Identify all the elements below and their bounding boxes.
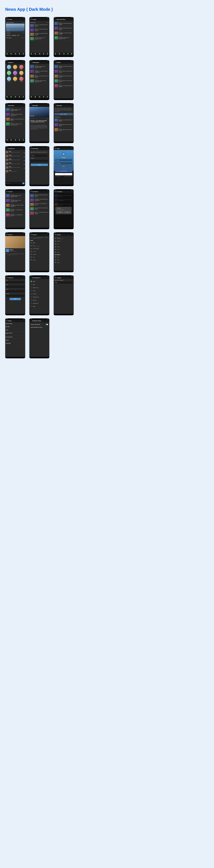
tab-category[interactable]: Category: [58, 53, 60, 55]
tab-trending[interactable]: Trending: [14, 53, 17, 55]
news-item[interactable]: 3 years agoEntertainment 3 - Mauris nec …: [6, 122, 25, 126]
news-item[interactable]: 3 years agoBusiness 1 - Cras molestie ia…: [54, 118, 73, 123]
tab-home[interactable]: Home: [31, 53, 32, 55]
news-item[interactable]: Politics 8 - Cras molestie iaculis diam,…: [30, 194, 49, 198]
category-item[interactable]: Comment...: [12, 65, 18, 70]
category-item[interactable]: Life Style: [12, 71, 18, 76]
news-item[interactable]: 3 years agoTechnology 1 - Cras molestie …: [30, 69, 49, 74]
comment-item[interactable]: RoosyLorem ipsum dolor sit amet, consect…: [5, 154, 25, 158]
comment-input[interactable]: [7, 183, 22, 184]
tab-home[interactable]: Home: [55, 53, 56, 55]
tab-recent[interactable]: Recent: [22, 53, 24, 55]
tab-editor[interactable]: Editor: [19, 53, 20, 55]
tab-editor[interactable]: Editor: [19, 139, 20, 141]
name-input[interactable]: [6, 281, 25, 283]
news-item[interactable]: Politics 4 - Cras molestie iaculis diam,…: [30, 24, 49, 28]
language-item[interactable]: Chinese zh_CN: [30, 286, 49, 289]
tab-editor[interactable]: Editor: [43, 96, 44, 98]
news-item[interactable]: 4 years agoPolitics 4 - Cras molestie ia…: [54, 22, 73, 26]
news-item[interactable]: 3 years agoBusiness 1 - Cras molestie ia…: [6, 117, 25, 122]
address-item[interactable]: Yangon 2: [54, 261, 73, 264]
phone-input[interactable]: [6, 290, 25, 292]
password-field[interactable]: 🔒Password: [55, 162, 72, 164]
latest-message-row[interactable]: 🔔 Latest Message From System: [30, 326, 49, 329]
menu-icon[interactable]: ☰: [6, 277, 7, 278]
tab-trending[interactable]: Trending: [38, 53, 41, 55]
language-item[interactable]: French: [30, 289, 49, 292]
setting-edit-profile[interactable]: Edit Profile: [5, 325, 25, 329]
news-item[interactable]: 3 years agoBusiness 1 - Cras molestie ia…: [54, 65, 73, 69]
news-item[interactable]: 3 months agoEntertainment 1 - Cras moles…: [6, 208, 25, 213]
news-item[interactable]: 2 years agoBusiness 3 - Mauris nec massa…: [54, 74, 73, 79]
category-item[interactable]: Politics: [19, 71, 24, 76]
menu-icon[interactable]: ☰: [6, 19, 7, 20]
notification-toggle[interactable]: [46, 324, 48, 325]
facebook-login-button[interactable]: Log in with Facebook: [55, 170, 72, 172]
back-icon[interactable]: ←: [30, 277, 32, 278]
language-item[interactable]: India hi_IN: [30, 292, 49, 296]
social-instagram[interactable]: Instagram: [30, 258, 49, 261]
address-item[interactable]: Yangon: [54, 255, 73, 258]
share-icon[interactable]: [32, 115, 34, 117]
news-item[interactable]: Politics 8 - Cras molestie iaculis diam,…: [30, 28, 49, 32]
news-item[interactable]: 3 months agoEntertainment 5 - Cras moles…: [6, 213, 25, 217]
social-pinterest[interactable]: Pinterest: [54, 248, 73, 251]
address-item[interactable]: Yangon 1: [54, 258, 73, 261]
tab-trending[interactable]: Trending: [14, 139, 17, 141]
ok-button[interactable]: OK: [64, 211, 70, 213]
cancel-button[interactable]: Cancel: [57, 211, 63, 213]
category-item[interactable]: Business: [6, 65, 12, 70]
news-item[interactable]: Entertainment 1 - Cras molestie iaculis …: [30, 203, 49, 207]
back-icon[interactable]: ←: [30, 320, 32, 321]
view-comments-button[interactable]: VIEW ALL COMMENTS: [54, 113, 73, 115]
view-all-link[interactable]: View All: [22, 33, 24, 33]
news-item[interactable]: Business 4 - Mauris nec massa accumsan, …: [30, 207, 49, 211]
menu-icon[interactable]: ☰: [55, 191, 56, 192]
news-item[interactable]: 3 years agoTechnology 6 - Mauris nec mas…: [6, 107, 25, 112]
tab-recent[interactable]: Recent: [22, 139, 24, 141]
setting-change-mode[interactable]: Change Mode: [5, 342, 25, 345]
news-item[interactable]: 3 years agoBusiness 2 - Mauris nec massa…: [54, 69, 73, 74]
view-all-link[interactable]: View All: [46, 22, 48, 23]
language-item[interactable]: Korean: [30, 305, 49, 308]
send-button[interactable]: ▶: [22, 182, 25, 184]
message-input[interactable]: [6, 294, 25, 297]
chip[interactable]: Technology: [6, 35, 11, 36]
social-instagram[interactable]: Instagram: [54, 245, 73, 248]
language-item[interactable]: italian it_IT: [30, 299, 49, 302]
back-icon[interactable]: ←: [6, 148, 7, 149]
news-item[interactable]: 3 years agoBusiness 1 - Cras molestie ia…: [30, 74, 49, 79]
news-item[interactable]: Technology 1 - Cras molestie iaculis dia…: [30, 198, 49, 203]
email-input[interactable]: [6, 286, 25, 288]
social-twitter[interactable]: Twitter: [30, 256, 49, 258]
back-icon[interactable]: ←: [55, 105, 56, 106]
tab-editor[interactable]: Editor: [19, 96, 20, 98]
news-item[interactable]: 4 years agoBusiness 3 - Mauris nec massa…: [54, 128, 73, 132]
menu-icon[interactable]: ☰: [30, 191, 32, 192]
comment-item[interactable]: DavidLorem ipsum dolor sit amet, consect…: [5, 158, 25, 162]
social-youtube[interactable]: Youtube: [54, 251, 73, 254]
tab-trending[interactable]: Trending: [38, 96, 41, 98]
category-item[interactable]: Health: [6, 71, 12, 76]
gallery-icon[interactable]: [30, 115, 32, 117]
menu-icon[interactable]: ☰: [55, 148, 56, 149]
tab-home[interactable]: Home: [6, 96, 8, 98]
view-all-link[interactable]: View All: [22, 22, 24, 23]
tab-category[interactable]: Category: [34, 96, 36, 98]
keywords-input[interactable]: [31, 160, 48, 162]
tab-recent[interactable]: Recent: [47, 53, 48, 55]
tab-trending[interactable]: Trending: [14, 96, 17, 98]
news-item[interactable]: 3 months agoTechnology 6 - Mauris nec ma…: [6, 194, 25, 198]
language-item[interactable]: Indonesian id_ID: [30, 296, 49, 299]
tab-trending[interactable]: Trending: [63, 53, 65, 55]
menu-icon[interactable]: ☰: [55, 277, 56, 278]
tab-home[interactable]: Home: [31, 96, 32, 98]
comment-item[interactable]: LucciLorem ipsum dolor sit amet, consect…: [5, 166, 25, 169]
google-login-button[interactable]: G Google: [55, 173, 72, 175]
contact-website[interactable]: Visit To Our Websitewww.panacea-soft.com: [30, 247, 49, 250]
news-item[interactable]: 3 years agoTechnology 1 - Cras molestie …: [6, 203, 25, 208]
forgot-password-link[interactable]: FORGOT PASSWORD?: [55, 176, 61, 177]
back-icon[interactable]: ←: [55, 62, 56, 63]
news-item[interactable]: 4 years agoTechnology 5 - Mauris nec mas…: [54, 36, 73, 40]
category-item[interactable]: Sport: [12, 77, 18, 82]
